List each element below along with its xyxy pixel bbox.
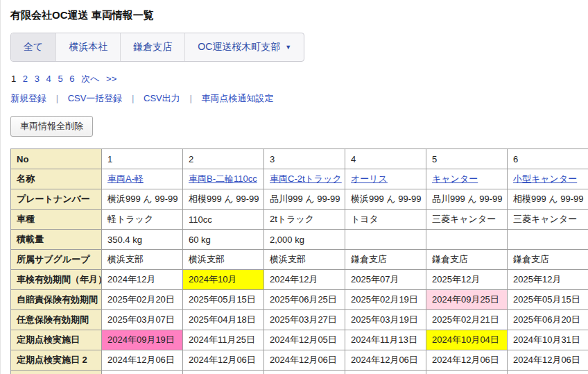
table-cell: 2025年06月25日 [264, 290, 345, 310]
table-cell: 車両A-軽 [102, 169, 183, 189]
table-cell: 2025年02月20日 [102, 290, 183, 310]
new-registration-link[interactable]: 新規登録 [10, 93, 46, 103]
table-cell: 2025年12月 [426, 270, 508, 290]
tab-yokohama-honsha-label: 横浜本社 [69, 41, 107, 52]
vehicle-name-link[interactable]: キャンター [432, 173, 478, 184]
delete-all-vehicles-button[interactable]: 車両情報全削除 [10, 116, 93, 137]
table-cell: 2024年12月 [102, 270, 183, 290]
link-separator: | [189, 93, 191, 103]
table-cell: 3 [264, 149, 345, 169]
table-cell [426, 230, 508, 250]
pagination-last-link[interactable]: >> [106, 74, 116, 84]
table-row: 定期点検実施日 22024年12月06日2024年12月06日2024年12月0… [11, 350, 588, 371]
table-cell: 2024年10月31日 [508, 330, 588, 350]
table-row: No123456 [11, 149, 588, 169]
table-cell: 2024年12月06日 [508, 350, 588, 371]
tab-yokohama-honsha[interactable]: 横浜本社 [56, 33, 121, 61]
pagination-page-link[interactable]: 4 [46, 74, 51, 84]
table-cell: 2024年10月 [183, 270, 264, 290]
tab-kamakura-shiten-label: 鎌倉支店 [133, 41, 172, 52]
table-cell: 鎌倉支店 [508, 250, 588, 270]
table-cell: 横浜支部 [102, 250, 183, 270]
table-cell: 三菱キャンター [508, 210, 588, 230]
row-header: プレートナンバー [11, 189, 102, 210]
table-cell: 110cc [183, 210, 264, 230]
csv-export-link[interactable]: CSV出力 [144, 93, 180, 103]
table-cell: 編集削除 [426, 371, 508, 374]
tab-kamakura-shiten[interactable]: 鎌倉支店 [121, 33, 185, 61]
table-cell: 編集削除 [508, 371, 588, 374]
vehicle-name-link[interactable]: 車両B-二輪110cc [189, 173, 257, 184]
subgroup-tabbar: 全て 横浜本社 鎌倉支店 OC運送桜木町支部▼ [10, 33, 304, 62]
table-cell: 相模999 ん 99-99 [183, 189, 264, 210]
table-cell: 三菱キャンター [426, 210, 508, 230]
table-cell: キャンター [426, 169, 508, 189]
table-cell: 2025年06月20日 [508, 310, 588, 330]
table-cell: 2024年11月13日 [345, 330, 426, 350]
csv-bulk-register-link[interactable]: CSV一括登録 [68, 93, 123, 103]
table-row: 定期点検実施日2024年09月19日2024年11月25日2024年12月05日… [11, 330, 588, 350]
vehicle-name-link[interactable]: 車両A-軽 [107, 173, 144, 184]
table-cell: 2024年12月06日 [345, 350, 426, 371]
vehicle-name-link[interactable]: オーリス [351, 173, 388, 184]
table-cell: 4 [345, 149, 426, 169]
table-cell: 2025年03月19日 [345, 310, 426, 330]
link-separator: | [56, 93, 58, 103]
table-cell: 2025年05月15日 [508, 290, 588, 310]
table-cell: 2025年07月 [345, 270, 426, 290]
table-row: 車種軽トラック110cc2tトラックトヨタ三菱キャンター三菱キャンター [11, 210, 588, 230]
pagination: 1 2 3 4 5 6 次へ >> [11, 73, 588, 85]
table-cell: 2024年12月 [264, 270, 345, 290]
tab-all[interactable]: 全て [11, 33, 56, 61]
table-cell: 2tトラック [264, 210, 345, 230]
table-cell: 2025年02月19日 [345, 290, 426, 310]
pagination-next-link[interactable]: 次へ [81, 74, 99, 84]
pagination-page-link[interactable]: 5 [58, 74, 62, 84]
table-cell: 2,000 kg [264, 230, 345, 250]
page-container: 有限会社OC運送 車両情報一覧 全て 横浜本社 鎌倉支店 OC運送桜木町支部▼ … [0, 0, 588, 374]
table-cell: 2024年12月06日 [183, 350, 264, 371]
table-cell: 2024年11月25日 [183, 330, 264, 350]
table-row: 名称車両A-軽車両B-二輪110cc車両C-2tトラックオーリスキャンター小型キ… [11, 169, 588, 189]
table-cell: 横浜支部 [264, 250, 345, 270]
table-cell: 2025年03月27日 [264, 310, 345, 330]
table-row: 所属サブグループ横浜支部横浜支部横浜支部鎌倉支店鎌倉支店鎌倉支店 [11, 250, 588, 270]
table-cell: 2025年03月07日 [102, 310, 183, 330]
table-cell: 2025年02月21日 [426, 310, 508, 330]
table-cell [345, 230, 426, 250]
table-cell: 2025年05月15日 [183, 290, 264, 310]
row-header: 定期点検実施日 2 [11, 350, 102, 371]
tab-sakuragicho-shibu-label: OC運送桜木町支部 [198, 41, 280, 52]
vehicle-name-link[interactable]: 車両C-2tトラック [270, 173, 342, 184]
vehicle-name-link[interactable]: 小型キャンター [513, 173, 577, 184]
table-cell: 60 kg [183, 230, 264, 250]
table-cell: 編集削除 [183, 371, 264, 374]
pagination-page-link[interactable]: 3 [35, 74, 40, 84]
link-separator: | [132, 93, 134, 103]
row-header: 所属サブグループ [11, 250, 102, 270]
pagination-page-link[interactable]: 6 [69, 74, 74, 84]
table-cell: 相模999 ん 99-99 [508, 189, 588, 210]
inspection-notification-settings-link[interactable]: 車両点検通知設定 [201, 93, 273, 103]
tab-sakuragicho-shibu[interactable]: OC運送桜木町支部▼ [185, 33, 304, 61]
table-cell: 2024年12月05日 [264, 330, 345, 350]
table-cell: 2024年12月06日 [102, 350, 183, 371]
table-cell: 2024年12月06日 [426, 350, 508, 371]
table-row: 車検有効期間（年月）2024年12月2024年10月2024年12月2025年0… [11, 270, 588, 290]
table-cell: 350.4 kg [102, 230, 183, 250]
table-cell: 2024年12月06日 [264, 350, 345, 371]
row-header: 名称 [11, 169, 102, 189]
table-cell: 編集削除 [264, 371, 345, 374]
row-header: 車種 [11, 210, 102, 230]
pagination-current-page: 1 [11, 74, 16, 84]
table-row: 自賠責保険有効期間2025年02月20日2025年05月15日2025年06月2… [11, 290, 588, 310]
pagination-page-link[interactable]: 2 [23, 74, 28, 84]
table-cell: 小型キャンター [508, 169, 588, 189]
table-row: 編集/削除編集削除編集削除編集削除編集削除編集削除編集削除 [11, 371, 588, 374]
table-cell: 品川999 ん 99-99 [264, 189, 345, 210]
row-header: 車検有効期間（年月） [11, 270, 102, 290]
table-cell: 品川999 ん 99-99 [426, 189, 508, 210]
table-cell: 2024年10月04日 [426, 330, 508, 350]
row-header: 編集/削除 [11, 371, 102, 374]
vehicle-info-table: No123456名称車両A-軽車両B-二輪110cc車両C-2tトラックオーリス… [10, 148, 588, 374]
